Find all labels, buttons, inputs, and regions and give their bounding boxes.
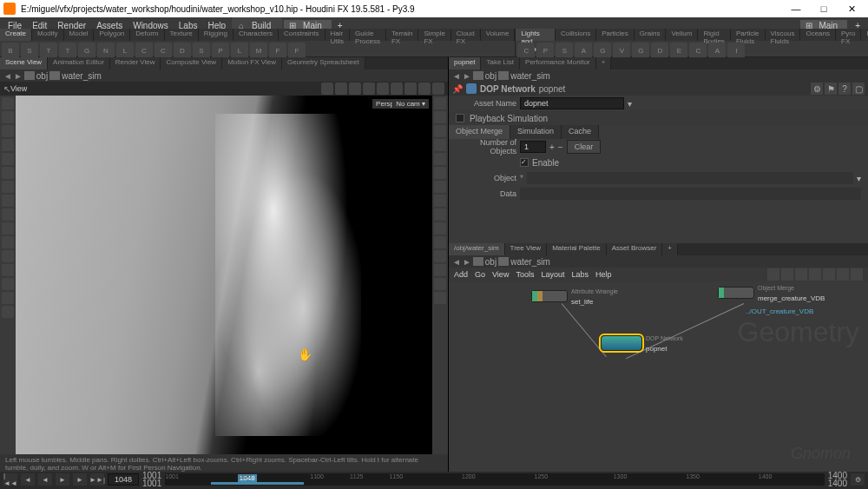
playback-checkbox[interactable] xyxy=(456,114,464,122)
view-tool[interactable] xyxy=(363,83,375,95)
folder-icon[interactable] xyxy=(498,257,509,266)
enable-checkbox[interactable] xyxy=(520,158,529,167)
display-option[interactable] xyxy=(434,167,446,179)
display-option[interactable] xyxy=(434,208,446,221)
dropdown-icon[interactable]: ▾ xyxy=(857,174,861,183)
pane-tab-composite-view[interactable]: Composite View xyxy=(161,57,222,69)
view-tool[interactable] xyxy=(418,83,431,95)
shelf-tab-vellum[interactable]: Vellum xyxy=(666,29,698,41)
net-menu-labs[interactable]: Labs xyxy=(571,270,589,279)
net-menu-help[interactable]: Help xyxy=(595,270,612,279)
net-menu-layout[interactable]: Layout xyxy=(541,270,564,279)
view-tool[interactable] xyxy=(321,83,333,95)
asset-name-field[interactable] xyxy=(520,97,624,109)
add-object[interactable]: + xyxy=(549,142,555,152)
shelf-tab-fem[interactable]: FEM xyxy=(861,29,868,41)
shelf-tab-deform[interactable]: Deform xyxy=(130,29,164,41)
next-frame-button[interactable]: ► xyxy=(73,473,87,486)
display-option[interactable] xyxy=(434,181,446,193)
shelf-tab-particles[interactable]: Particles xyxy=(596,29,635,41)
tool[interactable] xyxy=(2,292,14,304)
display-option[interactable] xyxy=(434,125,446,137)
dropdown-icon[interactable]: ▾ xyxy=(628,99,632,109)
view-tool[interactable] xyxy=(391,83,403,95)
node-set-life[interactable]: Attribute Wrangle set_life xyxy=(531,290,568,302)
shelf-tab-guide-process[interactable]: Guide Process xyxy=(350,29,386,41)
pane-tab-scene-view[interactable]: Scene View xyxy=(0,57,48,69)
folder-icon[interactable] xyxy=(473,71,483,80)
shelf-tab-particle-fluids[interactable]: Particle Fluids xyxy=(731,29,766,41)
maximize-button[interactable]: □ xyxy=(811,1,837,17)
tool[interactable] xyxy=(2,167,14,179)
folder-icon[interactable] xyxy=(498,71,509,80)
display-option[interactable] xyxy=(434,195,446,207)
net-menu-go[interactable]: Go xyxy=(475,270,485,279)
folder-icon[interactable] xyxy=(24,71,35,80)
tool[interactable] xyxy=(2,181,14,193)
node-merge-vdb[interactable]: Object Merge merge_creature_VDB xyxy=(718,287,754,299)
display-option[interactable] xyxy=(434,250,446,262)
view-tool[interactable] xyxy=(377,83,389,95)
tool[interactable] xyxy=(2,195,14,207)
first-frame-button[interactable]: |◄◄ xyxy=(3,473,17,486)
camera-selector[interactable]: No cam ▾ xyxy=(392,99,429,109)
tab-add[interactable]: + xyxy=(662,243,678,255)
tool[interactable] xyxy=(2,139,14,151)
shelf-tab-model[interactable]: Model xyxy=(64,29,95,41)
tab-perfmon[interactable]: Performance Monitor xyxy=(520,57,596,69)
display-option[interactable] xyxy=(434,292,446,304)
shelf-tab-rigid-bodies[interactable]: Rigid Bodies xyxy=(698,29,730,41)
display-option[interactable] xyxy=(434,111,446,123)
viewport-3d[interactable]: Persp No cam ▾ ✋ xyxy=(16,96,432,454)
tool[interactable] xyxy=(2,111,14,123)
shelf-tab-terrain-fx[interactable]: Terrain FX xyxy=(386,29,418,41)
tool[interactable] xyxy=(2,222,14,235)
net-tool[interactable] xyxy=(809,268,821,281)
display-option[interactable] xyxy=(434,264,446,276)
data-field[interactable] xyxy=(520,188,861,200)
clear-button[interactable]: Clear xyxy=(567,140,602,154)
view-tool[interactable] xyxy=(404,83,417,95)
tab-add[interactable]: + xyxy=(596,57,612,69)
display-option[interactable] xyxy=(434,236,446,248)
shelf-tab-pyro-fx[interactable]: Pyro FX xyxy=(836,29,861,41)
shelf-tab-grains[interactable]: Grains xyxy=(635,29,667,41)
view-tool[interactable] xyxy=(349,83,361,95)
pane-tab-animation-editor[interactable]: Animation Editor xyxy=(48,57,110,69)
net-tool[interactable] xyxy=(851,268,863,281)
tool[interactable] xyxy=(2,125,14,137)
display-option[interactable] xyxy=(434,153,446,165)
object-field[interactable] xyxy=(527,172,853,184)
tab-popnet[interactable]: popnet xyxy=(449,57,481,69)
shelf-tab-volume[interactable]: Volume xyxy=(481,29,516,41)
shelf-tab-polygon[interactable]: Polygon xyxy=(94,29,130,41)
pin-icon[interactable]: 📌 xyxy=(452,84,463,94)
tab-treeview[interactable]: Tree View xyxy=(505,243,548,255)
shelf-tab-characters[interactable]: Characters xyxy=(233,29,279,41)
shelf-tab-oceans[interactable]: Oceans xyxy=(800,29,836,41)
net-tool[interactable] xyxy=(837,268,849,281)
shelf-tab-rigging[interactable]: Rigging xyxy=(199,29,233,41)
timeline-options[interactable]: ⚙ xyxy=(851,473,865,486)
node-name[interactable]: popnet xyxy=(539,84,566,94)
display-option[interactable] xyxy=(434,222,446,235)
tool[interactable] xyxy=(2,306,14,318)
pane-tab-motion-fx-view[interactable]: Motion FX View xyxy=(222,57,282,69)
tool[interactable] xyxy=(2,208,14,221)
shelf-tab-viscous-fluids[interactable]: Viscous Fluids xyxy=(766,29,801,41)
tab-cache[interactable]: Cache xyxy=(562,125,599,139)
shelf-tab-constraints[interactable]: Constraints xyxy=(279,29,325,41)
pane-tab-render-view[interactable]: Render View xyxy=(110,57,161,69)
shelf-tab-texture[interactable]: Texture xyxy=(165,29,199,41)
tab-network[interactable]: /obj/water_sim xyxy=(449,243,505,255)
pane-tab-geometry-spreadsheet[interactable]: Geometry Spreadsheet xyxy=(282,57,365,69)
remove-object[interactable]: − xyxy=(558,142,563,152)
net-tool[interactable] xyxy=(781,268,793,281)
tool[interactable] xyxy=(2,250,14,262)
network-view[interactable]: Geometry Attribute Wrangle set_life Obje… xyxy=(449,281,868,472)
gear-icon[interactable]: ⚙ xyxy=(811,83,823,95)
shelf-tab-cloud-fx[interactable]: Cloud FX xyxy=(451,29,481,41)
current-frame-input[interactable] xyxy=(108,473,139,486)
net-menu-add[interactable]: Add xyxy=(454,270,468,279)
node-popnet[interactable]: DOP Network popnet xyxy=(601,335,642,351)
